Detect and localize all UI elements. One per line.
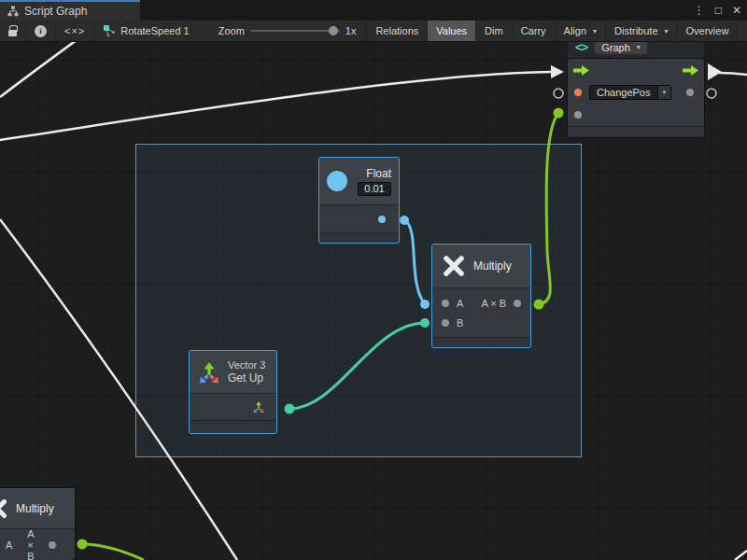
vector3-arrows-icon <box>197 360 221 385</box>
info-icon: i <box>35 25 47 37</box>
changepos-input-port[interactable] <box>574 89 582 96</box>
changepos-select[interactable]: ChangePos ▾ <box>589 85 671 100</box>
window-controls: ⋮ □ ✕ <box>694 0 741 21</box>
graph-hierarchy-icon <box>7 6 19 17</box>
code-view-button[interactable]: <×> <box>56 21 94 41</box>
window-tab-bar: Script Graph ⋮ □ ✕ <box>0 0 747 21</box>
float-node[interactable]: Float <box>319 158 399 243</box>
multiply-node[interactable]: Multiply A A × B B <box>432 245 530 347</box>
vector3-getup-node[interactable]: Vector 3 Get Up <box>190 351 276 433</box>
zoom-slider[interactable] <box>250 30 340 32</box>
float-icon <box>327 171 347 191</box>
zoom-slider-handle[interactable] <box>329 26 338 35</box>
multiply2-a-label: A <box>6 539 12 551</box>
carry-button[interactable]: Carry <box>513 21 556 41</box>
vector3-node-footer <box>190 420 276 433</box>
tab-script-graph[interactable]: Script Graph <box>0 0 140 21</box>
float-value-input[interactable] <box>358 182 391 196</box>
float-output-port[interactable] <box>378 216 386 223</box>
changepos-value-row: ChangePos ▾ <box>568 81 704 104</box>
float-node-header: Float <box>319 158 399 205</box>
graph-node-icon <box>103 24 116 37</box>
zoom-value: 1x <box>345 25 357 36</box>
multiply2-result-label: A × B <box>27 528 41 560</box>
flow-out-arrow-icon[interactable] <box>683 65 698 76</box>
float-node-title: Float <box>366 167 391 180</box>
chevron-down-icon: ▾ <box>657 86 671 99</box>
multiply2-node[interactable]: Multiply A A × B <box>0 488 75 560</box>
multiply-row-a: A A × B <box>432 293 530 313</box>
changepos-select-value: ChangePos <box>590 86 657 99</box>
lock-button[interactable] <box>0 21 26 41</box>
multiply-a-label: A <box>457 298 463 309</box>
multiply-result-label: A × B <box>481 298 506 309</box>
multiply2-row-a: A A × B <box>0 535 75 554</box>
float-node-footer <box>319 232 399 243</box>
align-label: Align <box>564 25 586 36</box>
relations-button[interactable]: Relations <box>367 21 428 41</box>
multiply2-result-port[interactable] <box>49 541 56 549</box>
graph-toolbar: i <×> RotateSpeed 1 Zoom 1x Relations Va… <box>0 21 747 42</box>
zoom-control: Zoom 1x <box>209 21 367 41</box>
multiply-x-icon <box>442 254 466 278</box>
values-button[interactable]: Values <box>428 21 476 41</box>
code-brackets-icon: <> <box>575 40 587 54</box>
multiply2-node-title: Multiply <box>16 502 54 515</box>
chevron-down-icon: ▾ <box>593 27 597 35</box>
vector3-port-icon[interactable] <box>252 400 265 413</box>
multiply2-node-body: A A × B <box>0 529 75 560</box>
window-menu-icon[interactable]: ⋮ <box>694 5 705 16</box>
changepos-extra-row <box>568 104 704 126</box>
float-output-row <box>319 205 399 232</box>
code-view-icon: <×> <box>64 25 85 36</box>
multiply-node-body: A A × B B <box>432 288 530 337</box>
full-screen-button[interactable]: Full Screen <box>738 21 747 41</box>
multiply-result-port[interactable] <box>514 300 521 307</box>
multiply-node-footer <box>432 337 530 347</box>
multiply-x-icon <box>0 497 8 520</box>
flow-in-arrow-icon[interactable] <box>573 65 589 76</box>
tab-title: Script Graph <box>24 5 87 18</box>
window-maximize-icon[interactable]: □ <box>715 5 722 16</box>
getup-node-subtitle: Get Up <box>228 371 263 385</box>
distribute-label: Distribute <box>614 25 657 36</box>
lock-icon <box>8 30 17 36</box>
multiply-node-title: Multiply <box>473 259 512 273</box>
graph-dropdown-label: Graph <box>601 42 630 53</box>
window-close-icon[interactable]: ✕ <box>732 5 741 16</box>
zoom-label: Zoom <box>218 25 245 36</box>
changepos-node[interactable]: ChangePos ▾ <box>568 59 704 137</box>
changepos-output-port[interactable] <box>686 89 694 96</box>
vector3-node-header: Vector 3 Get Up <box>190 351 276 394</box>
multiply-a-port[interactable] <box>442 300 449 307</box>
info-button[interactable]: i <box>26 21 56 41</box>
dim-button[interactable]: Dim <box>476 21 513 41</box>
changepos-node-footer <box>568 126 704 137</box>
chevron-down-icon: ▾ <box>665 27 669 35</box>
chevron-down-icon: ▾ <box>637 43 641 51</box>
multiply2-node-header: Multiply <box>0 488 75 529</box>
changepos-second-port[interactable] <box>574 111 582 119</box>
vector3-node-title: Vector 3 <box>228 359 265 371</box>
align-button[interactable]: Align ▾ <box>556 21 606 41</box>
multiply-row-b: B <box>432 313 530 332</box>
multiply-b-port[interactable] <box>442 319 449 327</box>
graph-reference-button[interactable]: RotateSpeed 1 <box>94 21 197 41</box>
overview-button[interactable]: Overview <box>678 21 739 41</box>
vector3-output-row <box>190 394 276 420</box>
multiply-b-label: B <box>457 317 463 329</box>
distribute-button[interactable]: Distribute ▾ <box>606 21 677 41</box>
changepos-flow-row <box>568 59 704 81</box>
multiply-node-header: Multiply <box>432 245 530 288</box>
graph-reference-label: RotateSpeed 1 <box>120 25 189 36</box>
